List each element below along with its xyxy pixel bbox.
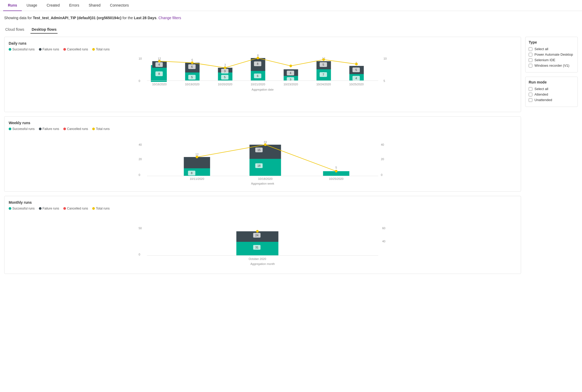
info-period: Last 28 Days [134,16,157,20]
svg-text:31: 31 [255,246,258,249]
svg-text:10/21/2020: 10/21/2020 [251,83,265,86]
svg-text:8: 8 [191,171,192,175]
legend-dot-successful [9,48,11,51]
svg-point-62 [322,58,325,61]
weekly-legend-dot-successful [9,128,11,130]
legend-total: Total runs [92,48,110,51]
runmode-unattended-checkbox[interactable] [529,98,532,102]
svg-text:8: 8 [158,72,160,75]
svg-text:0: 0 [139,253,140,256]
svg-text:10: 10 [384,57,387,60]
monthly-legend-cancelled: Cancelled runs [63,207,88,210]
monthly-runs-legend: Successful runs Failure runs Cancelled r… [9,207,517,210]
info-env: Test_test_AdminAPI_TIP (default)31 (org5… [33,16,121,20]
svg-text:33: 33 [264,140,267,144]
legend-dot-failure [39,48,42,51]
weekly-runs-card: Weekly runs Successful runs Failure runs… [4,116,521,192]
runmode-select-all-checkbox[interactable] [529,87,532,91]
charts-col: Daily runs Successful runs Failure runs … [4,37,521,274]
svg-text:5: 5 [224,76,225,79]
svg-text:8: 8 [257,54,259,57]
weekly-legend-failure: Failure runs [39,127,59,131]
tab-created[interactable]: Created [42,0,64,11]
svg-text:5: 5 [384,79,385,82]
svg-text:6: 6 [191,65,193,68]
weekly-legend-cancelled: Cancelled runs [63,127,88,131]
legend-failure: Failure runs [39,48,59,51]
monthly-legend-label-successful: Successful runs [12,207,35,210]
svg-point-60 [257,57,259,59]
svg-point-95 [335,170,338,173]
monthly-legend-dot-failure [39,207,42,210]
type-windows-checkbox[interactable] [529,64,532,67]
tab-errors[interactable]: Errors [64,0,84,11]
svg-text:40: 40 [382,240,385,243]
legend-successful: Successful runs [9,48,35,51]
weekly-legend-dot-failure [39,128,42,130]
runmode-unattended-item: Unattended [529,98,574,102]
type-select-all-label: Select all [534,47,548,51]
legend-dot-total [92,48,95,51]
weekly-legend-label-cancelled: Cancelled runs [67,127,88,131]
type-option-windows: Windows recorder (V1) [529,64,574,67]
subtab-cloud-flows[interactable]: Cloud flows [4,26,25,34]
info-bar: Showing data for Test_test_AdminAPI_TIP … [0,11,582,23]
type-pad-checkbox[interactable] [529,53,532,56]
monthly-legend-label-total: Total runs [96,207,110,210]
legend-label-failure: Failure runs [43,48,59,51]
svg-text:October 2020: October 2020 [249,257,266,260]
weekly-legend-successful: Successful runs [9,127,35,131]
tab-usage[interactable]: Usage [22,0,42,11]
change-filters-link[interactable]: Change filters [158,16,181,20]
legend-label-total: Total runs [96,48,110,51]
svg-text:24: 24 [255,234,258,237]
svg-text:5: 5 [335,166,337,169]
svg-text:10: 10 [139,57,142,60]
svg-text:15: 15 [257,148,260,151]
runmode-select-all-label: Select all [534,87,548,91]
tab-runs[interactable]: Runs [3,0,22,11]
type-filter-title: Type [529,40,574,44]
svg-text:10/23/2020: 10/23/2020 [284,83,298,86]
svg-text:0: 0 [139,173,140,176]
monthly-runs-title: Monthly runs [9,200,517,205]
svg-rect-84 [250,159,281,176]
svg-text:0: 0 [139,79,140,82]
type-option-selenium: Selenium IDE [529,58,574,62]
legend-label-cancelled: Cancelled runs [67,48,88,51]
svg-rect-79 [184,168,210,176]
subtab-desktop-flows[interactable]: Desktop flows [30,26,58,34]
monthly-legend-dot-successful [9,207,11,210]
svg-text:Aggregation week: Aggregation week [251,182,274,185]
legend-cancelled: Cancelled runs [63,48,88,51]
svg-text:10/20/2020: 10/20/2020 [218,83,232,86]
monthly-legend-dot-cancelled [63,207,66,210]
tab-connectors[interactable]: Connectors [105,0,134,11]
svg-text:Aggregation date: Aggregation date [252,88,274,91]
monthly-legend-successful: Successful runs [9,207,35,210]
svg-text:10/24/2020: 10/24/2020 [316,83,331,86]
type-select-all-checkbox[interactable] [529,47,532,51]
monthly-runs-svg: 50 0 60 40 31 24 [9,213,517,269]
svg-point-94 [264,143,267,146]
weekly-legend-label-total: Total runs [96,127,110,131]
monthly-legend-dot-total [92,207,95,210]
svg-text:10/16/2020: 10/16/2020 [152,83,167,86]
runmode-attended-label: Attended [534,92,548,96]
svg-point-63 [355,63,358,65]
nav-tabs: Runs Usage Created Errors Shared Connect… [0,0,582,11]
svg-text:10/11/2020: 10/11/2020 [190,177,204,180]
svg-text:10/25/2020: 10/25/2020 [349,83,364,86]
svg-text:6: 6 [191,58,193,61]
runmode-attended-checkbox[interactable] [529,93,532,96]
sub-tabs: Cloud flows Desktop flows [0,23,582,34]
svg-text:3: 3 [224,70,225,73]
svg-text:4: 4 [290,71,291,75]
svg-point-59 [224,66,226,69]
daily-runs-svg: 10 0 10 5 [9,54,517,107]
runmode-filter-card: Run mode Select all Attended Unattended [525,77,578,107]
svg-text:0: 0 [381,173,383,176]
svg-text:20: 20 [381,158,384,161]
tab-shared[interactable]: Shared [84,0,105,11]
type-selenium-checkbox[interactable] [529,58,532,62]
